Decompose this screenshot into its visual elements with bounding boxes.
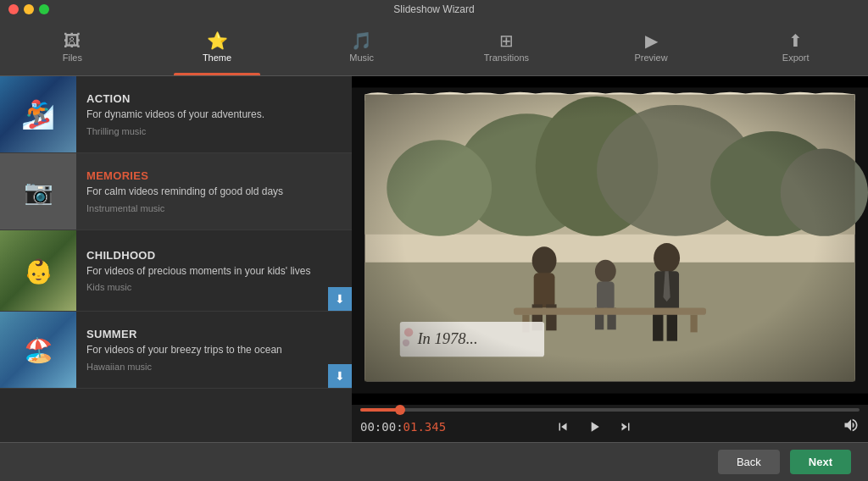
theme-music-summer: Hawaiian music [86,362,342,372]
nav-item-export[interactable]: ⬆ Export [723,19,868,75]
svg-rect-30 [364,95,854,382]
bottom-bar: Back Next [0,442,868,481]
theme-info-memories: MEMORIES For calm videos reminding of go… [76,153,352,229]
theme-thumb-action [0,76,76,152]
theme-title-childhood: CHILDHOOD [86,249,342,262]
progress-thumb [395,405,405,415]
playback-controls: 00:00:01.345 [360,417,860,437]
volume-button[interactable] [843,417,860,437]
titlebar: Slideshow Wizard [0,0,868,19]
skip-forward-button[interactable] [616,417,635,436]
theme-item-action[interactable]: ACTION For dynamic videos of your advent… [0,76,352,153]
theme-item-childhood[interactable]: CHILDHOOD For videos of precious moments… [0,230,352,312]
minimize-button[interactable] [24,4,34,14]
theme-info-summer: SUMMER For videos of your breezy trips t… [76,312,352,388]
volume-icon [843,417,860,434]
download-badge-childhood[interactable]: ⬇ [328,287,352,311]
theme-sidebar: ACTION For dynamic videos of your advent… [0,76,352,442]
theme-desc-memories: For calm videos reminding of good old da… [86,185,342,199]
back-button[interactable]: Back [718,450,780,474]
nav-item-transitions[interactable]: ⊞ Transitions [434,19,579,75]
nav-label-preview: Preview [634,53,667,63]
nav-label-theme: Theme [203,53,231,63]
skip-back-icon [555,419,570,434]
theme-music-memories: Instrumental music [86,203,342,213]
time-normal: 00:00: [360,420,403,434]
play-button[interactable] [584,417,604,437]
theme-title-memories: MEMORIES [86,169,342,182]
fullscreen-button[interactable] [39,4,49,14]
theme-thumb-memories [0,153,76,229]
nav-item-files[interactable]: 🖼 Files [0,19,145,75]
theme-desc-childhood: For videos of precious moments in your k… [86,264,342,279]
music-icon: 🎵 [351,32,372,49]
window-title: Slideshow Wizard [393,3,474,15]
download-badge-summer[interactable]: ⬇ [328,364,352,388]
theme-item-summer[interactable]: SUMMER For videos of your breezy trips t… [0,312,352,389]
theme-icon: ⭐ [207,32,228,49]
nav-label-music: Music [349,53,374,63]
play-icon [586,418,603,435]
theme-item-memories[interactable]: MEMORIES For calm videos reminding of go… [0,153,352,230]
theme-desc-summer: For videos of your breezy trips to the o… [86,343,342,357]
skip-forward-icon [618,419,633,434]
preview-panel: In 1978... [352,76,868,442]
theme-title-action: ACTION [86,92,342,105]
theme-music-childhood: Kids music [86,282,342,292]
skip-back-button[interactable] [554,417,572,436]
theme-thumb-childhood [0,230,76,311]
traffic-lights [8,4,49,14]
video-container: In 1978... [352,76,868,405]
theme-title-summer: SUMMER [86,328,342,340]
theme-info-action: ACTION For dynamic videos of your advent… [76,76,352,152]
preview-icon: ▶ [645,32,658,49]
export-icon: ⬆ [788,32,803,49]
theme-desc-action: For dynamic videos of your adventures. [86,108,342,122]
progress-fill [360,408,400,412]
nav-label-files: Files [63,53,82,63]
media-controls [554,417,635,437]
theme-thumb-summer [0,312,76,388]
theme-music-action: Thrilling music [86,126,342,136]
next-button[interactable]: Next [790,450,851,474]
nav-item-music[interactable]: 🎵 Music [289,19,434,75]
main-content: ACTION For dynamic videos of your advent… [0,76,868,442]
nav-item-theme[interactable]: ⭐ Theme [145,19,290,75]
time-bold: 01.345 [403,420,447,434]
files-icon: 🖼 [64,32,81,49]
preview-video: In 1978... [352,76,868,405]
time-display: 00:00:01.345 [360,419,446,434]
nav-item-preview[interactable]: ▶ Preview [579,19,724,75]
theme-info-childhood: CHILDHOOD For videos of precious moments… [76,230,352,311]
transitions-icon: ⊞ [499,32,514,49]
playback-bar: 00:00:01.345 [352,405,868,442]
progress-track[interactable] [360,408,860,412]
nav-label-transitions: Transitions [484,53,529,63]
close-button[interactable] [8,4,19,14]
nav-label-export: Export [782,53,810,63]
nav-bar: 🖼 Files ⭐ Theme 🎵 Music ⊞ Transitions ▶ … [0,19,868,76]
